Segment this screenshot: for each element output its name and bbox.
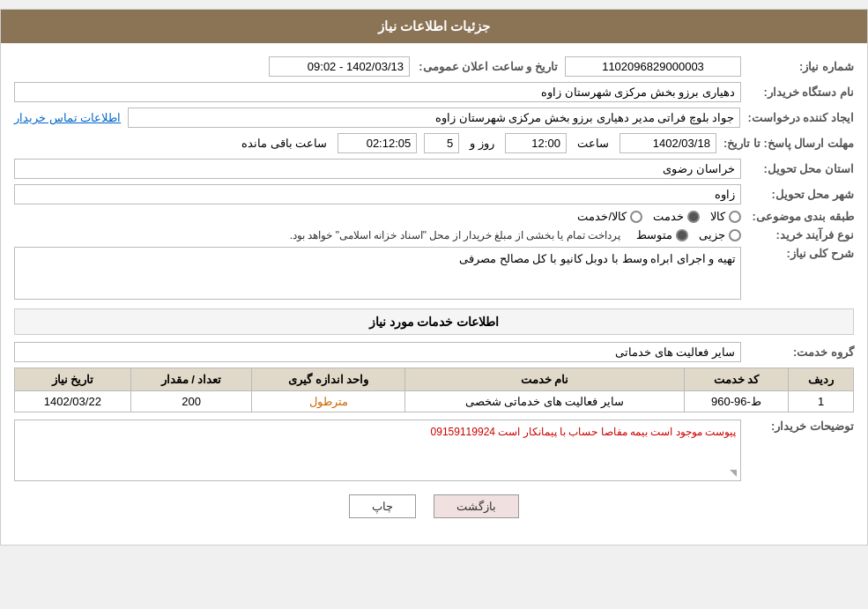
purchase-note: پرداخت تمام یا بخشی از مبلغ خریدار از مح… [290,229,620,241]
category-option-khedmat[interactable]: خدمت [653,210,700,223]
back-button[interactable]: بازگشت [434,494,519,518]
col-name: نام خدمت [405,368,685,391]
page-title: جزئیات اطلاعات نیاز [378,19,490,33]
print-button[interactable]: چاپ [349,494,416,518]
footer-buttons: بازگشت چاپ [14,494,854,531]
group-label: گروه خدمت: [748,345,854,359]
buyer-notes-container: پیوست موجود است بیمه مفاصا حساب با پیمان… [14,420,741,481]
announce-label: تاریخ و ساعت اعلان عمومی: [417,60,558,73]
category-khedmat-label: خدمت [653,210,684,223]
radio-both [630,211,642,223]
deadline-date: 1402/03/18 [619,133,716,153]
services-section-title: اطلاعات خدمات مورد نیاز [14,308,854,335]
announce-value: 1402/03/13 - 09:02 [269,56,410,77]
description-label: شرح کلی نیاز: [748,247,854,260]
category-kala-label: کالا [710,210,725,223]
radio-khedmat [687,211,700,223]
category-label: طبقه بندی موضوعی: [748,210,854,223]
category-option-kala[interactable]: کالا [710,210,741,223]
category-both-label: کالا/خدمت [577,210,627,223]
deadline-remain: 02:12:05 [338,133,417,153]
cell-qty: 200 [130,391,252,412]
cell-code: ط-96-960 [684,391,788,412]
cell-unit: مترطول [252,391,405,412]
services-table: ردیف کد خدمت نام خدمت واحد اندازه گیری ت… [14,368,854,412]
deadline-remain-label: ساعت باقی مانده [241,137,327,150]
dept-label: نام دستگاه خریدار: [748,85,854,99]
col-qty: تعداد / مقدار [130,368,252,391]
cell-row: 1 [789,391,854,412]
delivery-city-value: زاوه [14,184,741,204]
creator-label: ایجاد کننده درخواست: [747,111,854,124]
buyer-notes-value: پیوست موجود است بیمه مفاصا حساب با پیمان… [431,426,736,438]
description-textarea[interactable]: تهیه و اجرای ابراه وسط با دوبل کانیو با … [14,247,741,300]
delivery-province-value: خراسان رضوی [14,159,741,179]
category-option-both[interactable]: کالا/خدمت [577,210,642,223]
category-radio-group: کالا خدمت کالا/خدمت [577,210,741,223]
col-unit: واحد اندازه گیری [252,368,405,391]
deadline-days-label: روز و [470,137,494,150]
need-number-label: شماره نیاز: [748,60,854,73]
purchase-radio-group: جزیی متوسط [636,228,741,241]
col-code: کد خدمت [684,368,788,391]
table-row: 1 ط-96-960 سایر فعالیت های خدماتی شخصی م… [15,391,854,412]
need-number-value: 1102096829000003 [565,56,741,77]
resize-icon [730,470,737,477]
delivery-city-label: شهر محل تحویل: [748,188,854,201]
deadline-days: 5 [424,133,459,153]
delivery-province-label: استان محل تحویل: [748,162,854,175]
page-header: جزئیات اطلاعات نیاز [1,10,867,43]
deadline-label: مهلت ارسال پاسخ: تا تاریخ: [723,137,854,150]
creator-value: جواد بلوچ فراتی مدیر دهیاری برزو بخش مرک… [128,108,740,128]
purchase-option-motavaset[interactable]: متوسط [636,228,688,241]
buyer-notes-label: توضیحات خریدار: [748,420,854,433]
radio-kala [729,211,741,223]
purchase-motavaset-label: متوسط [636,228,672,241]
purchase-option-jozyi[interactable]: جزیی [699,228,741,241]
dept-value: دهیاری برزو بخش مرکزی شهرستان زاوه [14,82,741,102]
contact-link[interactable]: اطلاعات تماس خریدار [14,111,121,124]
purchase-label: نوع فرآیند خرید: [748,228,854,241]
deadline-time: 12:00 [505,133,567,153]
group-value: سایر فعالیت های خدماتی [14,342,741,362]
deadline-time-label: ساعت [577,137,609,150]
col-date: تاریخ نیاز [15,368,131,391]
cell-name: سایر فعالیت های خدماتی شخصی [405,391,685,412]
purchase-jozyi-label: جزیی [699,228,725,241]
cell-date: 1402/03/22 [15,391,131,412]
radio-motavaset [676,229,688,241]
radio-jozyi [729,229,741,241]
col-row: ردیف [789,368,854,391]
